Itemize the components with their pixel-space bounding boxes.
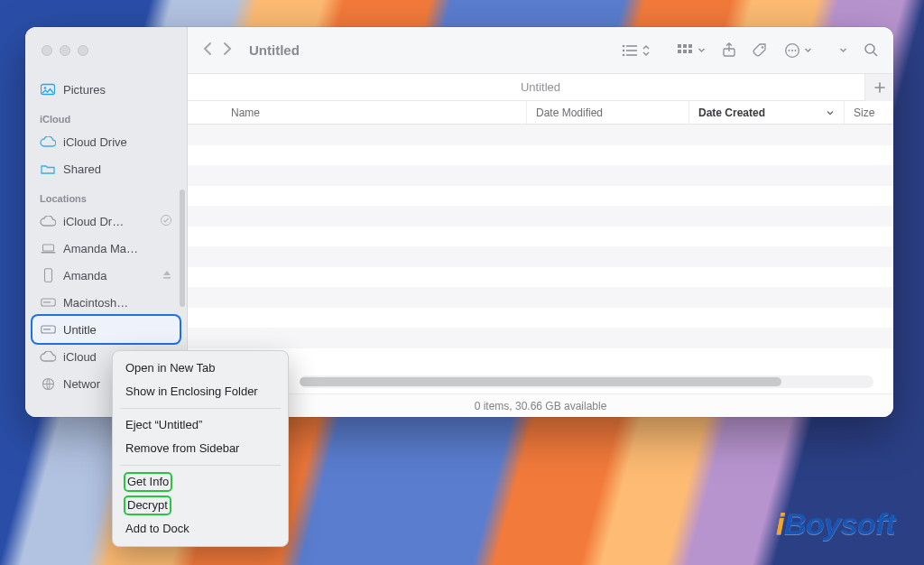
watermark-logo: iiBoysoftBoysoft xyxy=(776,506,895,542)
new-folder-button[interactable] xyxy=(864,74,893,101)
chevron-down-icon xyxy=(839,44,847,57)
column-date-modified[interactable]: Date Modified xyxy=(527,101,689,124)
svg-rect-18 xyxy=(678,44,681,48)
forward-button[interactable] xyxy=(221,41,233,60)
menu-get-info[interactable]: Get Info xyxy=(113,470,288,494)
svg-point-14 xyxy=(623,49,625,51)
column-header: Name Date Modified Date Created Size xyxy=(188,101,893,125)
sidebar-item-label: Shared xyxy=(63,162,101,176)
svg-rect-6 xyxy=(163,277,171,279)
sidebar-item-macintosh[interactable]: Macintosh… xyxy=(32,289,180,316)
laptop-icon xyxy=(40,244,56,254)
sidebar-item-icloud-drive[interactable]: iCloud Drive xyxy=(32,128,180,155)
sidebar-item-label: Untitle xyxy=(63,323,97,337)
globe-icon xyxy=(40,377,56,391)
svg-point-27 xyxy=(789,50,790,51)
list-view-icon xyxy=(622,44,638,57)
eject-icon[interactable] xyxy=(162,269,172,282)
nav-arrows xyxy=(197,41,238,60)
sidebar-item-label: Macintosh… xyxy=(63,296,128,310)
svg-point-25 xyxy=(762,46,763,48)
menu-decrypt[interactable]: Decrypt xyxy=(113,494,288,517)
svg-rect-20 xyxy=(688,44,692,48)
menu-label: Get Info xyxy=(125,474,171,490)
svg-rect-17 xyxy=(626,54,637,56)
menu-show-enclosing-folder[interactable]: Show in Enclosing Folder xyxy=(113,380,288,403)
sidebar-item-pictures[interactable]: Pictures xyxy=(32,76,180,103)
menu-eject-untitled[interactable]: Eject “Untitled” xyxy=(113,413,288,437)
pictures-icon xyxy=(40,83,56,96)
back-button[interactable] xyxy=(202,41,214,60)
sidebar-header-locations: Locations xyxy=(32,190,180,208)
svg-rect-3 xyxy=(42,245,53,251)
grid-group-icon xyxy=(678,44,694,57)
sidebar-item-untitled[interactable]: Untitle xyxy=(32,316,180,343)
status-bar: 0 items, 30.66 GB available xyxy=(188,394,893,417)
content-pane: Untitled xyxy=(188,27,893,417)
column-size[interactable]: Size xyxy=(845,101,893,124)
sidebar-item-label: iCloud Dr… xyxy=(63,215,124,228)
view-mode-button[interactable] xyxy=(616,41,656,60)
svg-point-1 xyxy=(44,87,47,89)
menu-open-new-tab[interactable]: Open in New Tab xyxy=(113,357,288,380)
sidebar-group-icloud: iCloud iCloud Drive Shared xyxy=(32,110,180,182)
sidebar-item-amanda-ma[interactable]: Amanda Ma… xyxy=(32,235,180,262)
desktop-background: Pictures iCloud iCloud Drive Sh xyxy=(0,0,924,565)
context-menu: Open in New Tab Show in Enclosing Folder… xyxy=(112,350,289,547)
zoom-traffic-light[interactable] xyxy=(78,45,88,56)
menu-remove-from-sidebar[interactable]: Remove from Sidebar xyxy=(113,437,288,460)
cloud-outline-icon xyxy=(40,216,56,227)
sidebar-item-label: Networ xyxy=(63,377,100,391)
minimize-traffic-light[interactable] xyxy=(60,45,70,56)
menu-label: Decrypt xyxy=(125,497,170,514)
overflow-button[interactable] xyxy=(834,41,853,60)
sidebar-item-icloud-dr[interactable]: iCloud Dr… xyxy=(32,208,180,235)
sidebar-scrollbar[interactable] xyxy=(180,190,185,307)
sidebar-item-amanda[interactable]: Amanda xyxy=(32,262,180,289)
close-traffic-light[interactable] xyxy=(42,45,52,56)
svg-point-30 xyxy=(865,44,874,53)
share-icon xyxy=(722,42,736,58)
window-controls xyxy=(25,27,187,74)
menu-separator xyxy=(120,408,281,409)
plus-icon xyxy=(873,81,886,94)
menu-separator xyxy=(120,465,281,466)
cloud-icon xyxy=(40,136,56,147)
external-disk-icon xyxy=(40,325,56,334)
svg-rect-5 xyxy=(44,269,51,282)
svg-point-29 xyxy=(795,50,797,51)
cloud-outline-icon xyxy=(40,351,56,362)
svg-point-16 xyxy=(623,53,625,56)
sidebar-item-label: iCloud xyxy=(63,350,97,364)
svg-rect-8 xyxy=(43,301,51,302)
sidebar-item-label: iCloud Drive xyxy=(63,135,127,149)
search-button[interactable] xyxy=(858,39,884,61)
more-actions-button[interactable] xyxy=(779,39,818,62)
svg-rect-4 xyxy=(41,252,55,253)
svg-rect-19 xyxy=(683,44,687,48)
shared-folder-icon xyxy=(40,163,56,174)
path-label: Untitled xyxy=(197,80,884,94)
svg-rect-10 xyxy=(43,329,51,329)
chevron-down-icon xyxy=(804,44,812,57)
phone-icon xyxy=(40,268,56,282)
svg-rect-23 xyxy=(688,50,692,53)
sidebar-item-label: Amanda Ma… xyxy=(63,242,138,255)
column-label: Date Created xyxy=(698,107,765,119)
group-by-button[interactable] xyxy=(672,41,711,60)
svg-point-28 xyxy=(791,50,793,51)
svg-point-12 xyxy=(623,44,625,47)
svg-rect-13 xyxy=(626,45,637,47)
horizontal-scrollbar[interactable] xyxy=(300,375,873,388)
sort-desc-chevron-icon xyxy=(826,108,835,117)
scrollbar-thumb[interactable] xyxy=(300,377,781,386)
window-title: Untitled xyxy=(249,42,300,58)
tags-button[interactable] xyxy=(747,39,773,61)
column-date-created[interactable]: Date Created xyxy=(689,101,845,124)
menu-add-to-dock[interactable]: Add to Dock xyxy=(113,517,288,541)
column-name[interactable]: Name xyxy=(188,101,527,124)
chevron-down-icon xyxy=(698,44,706,57)
sidebar-item-shared[interactable]: Shared xyxy=(32,155,180,182)
svg-rect-21 xyxy=(678,50,681,53)
share-button[interactable] xyxy=(716,39,742,61)
